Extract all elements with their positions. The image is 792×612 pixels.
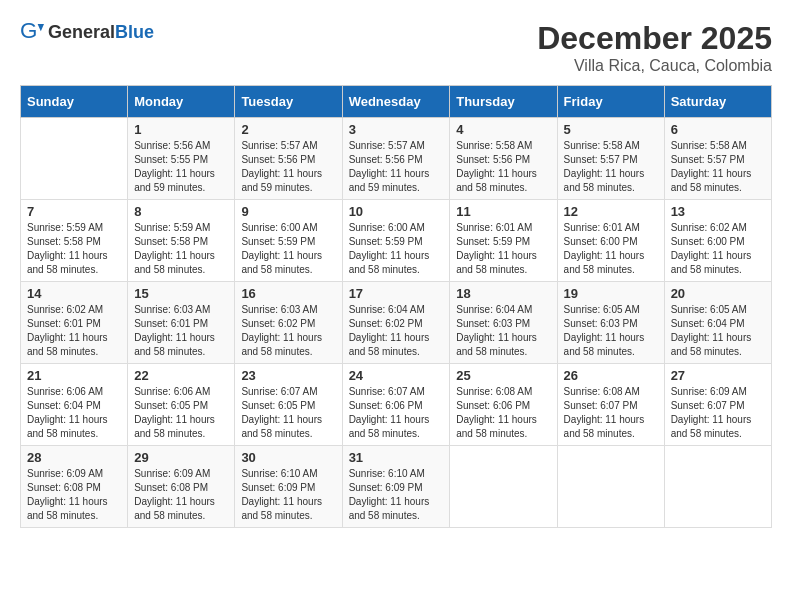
calendar-cell: 7Sunrise: 5:59 AMSunset: 5:58 PMDaylight…	[21, 200, 128, 282]
calendar-cell	[21, 118, 128, 200]
day-info: Sunrise: 6:07 AMSunset: 6:06 PMDaylight:…	[349, 385, 444, 441]
day-number: 31	[349, 450, 444, 465]
day-info: Sunrise: 6:04 AMSunset: 6:02 PMDaylight:…	[349, 303, 444, 359]
calendar-week-row: 7Sunrise: 5:59 AMSunset: 5:58 PMDaylight…	[21, 200, 772, 282]
main-title: December 2025	[537, 20, 772, 57]
svg-text:G: G	[20, 20, 37, 43]
day-info: Sunrise: 6:03 AMSunset: 6:02 PMDaylight:…	[241, 303, 335, 359]
day-number: 15	[134, 286, 228, 301]
day-number: 30	[241, 450, 335, 465]
calendar-cell: 5Sunrise: 5:58 AMSunset: 5:57 PMDaylight…	[557, 118, 664, 200]
day-number: 3	[349, 122, 444, 137]
logo-icon: G	[20, 20, 44, 44]
calendar-cell: 3Sunrise: 5:57 AMSunset: 5:56 PMDaylight…	[342, 118, 450, 200]
day-info: Sunrise: 6:01 AMSunset: 5:59 PMDaylight:…	[456, 221, 550, 277]
calendar-cell: 30Sunrise: 6:10 AMSunset: 6:09 PMDayligh…	[235, 446, 342, 528]
day-info: Sunrise: 6:03 AMSunset: 6:01 PMDaylight:…	[134, 303, 228, 359]
day-number: 8	[134, 204, 228, 219]
calendar-week-row: 1Sunrise: 5:56 AMSunset: 5:55 PMDaylight…	[21, 118, 772, 200]
calendar-cell: 13Sunrise: 6:02 AMSunset: 6:00 PMDayligh…	[664, 200, 771, 282]
calendar-cell	[664, 446, 771, 528]
day-number: 22	[134, 368, 228, 383]
calendar-cell: 10Sunrise: 6:00 AMSunset: 5:59 PMDayligh…	[342, 200, 450, 282]
calendar-cell: 29Sunrise: 6:09 AMSunset: 6:08 PMDayligh…	[128, 446, 235, 528]
calendar-cell: 8Sunrise: 5:59 AMSunset: 5:58 PMDaylight…	[128, 200, 235, 282]
day-info: Sunrise: 6:02 AMSunset: 6:00 PMDaylight:…	[671, 221, 765, 277]
day-number: 2	[241, 122, 335, 137]
day-number: 11	[456, 204, 550, 219]
calendar-cell: 31Sunrise: 6:10 AMSunset: 6:09 PMDayligh…	[342, 446, 450, 528]
day-info: Sunrise: 6:09 AMSunset: 6:08 PMDaylight:…	[27, 467, 121, 523]
day-info: Sunrise: 5:58 AMSunset: 5:57 PMDaylight:…	[564, 139, 658, 195]
day-info: Sunrise: 5:56 AMSunset: 5:55 PMDaylight:…	[134, 139, 228, 195]
calendar-cell: 27Sunrise: 6:09 AMSunset: 6:07 PMDayligh…	[664, 364, 771, 446]
day-number: 6	[671, 122, 765, 137]
day-info: Sunrise: 6:06 AMSunset: 6:05 PMDaylight:…	[134, 385, 228, 441]
calendar-cell: 9Sunrise: 6:00 AMSunset: 5:59 PMDaylight…	[235, 200, 342, 282]
logo: G GeneralBlue	[20, 20, 154, 44]
day-number: 28	[27, 450, 121, 465]
header-friday: Friday	[557, 86, 664, 118]
day-info: Sunrise: 6:05 AMSunset: 6:04 PMDaylight:…	[671, 303, 765, 359]
day-number: 14	[27, 286, 121, 301]
day-number: 12	[564, 204, 658, 219]
day-number: 5	[564, 122, 658, 137]
day-info: Sunrise: 6:08 AMSunset: 6:06 PMDaylight:…	[456, 385, 550, 441]
day-number: 18	[456, 286, 550, 301]
calendar-week-row: 14Sunrise: 6:02 AMSunset: 6:01 PMDayligh…	[21, 282, 772, 364]
day-info: Sunrise: 5:57 AMSunset: 5:56 PMDaylight:…	[349, 139, 444, 195]
day-info: Sunrise: 6:02 AMSunset: 6:01 PMDaylight:…	[27, 303, 121, 359]
calendar-cell: 26Sunrise: 6:08 AMSunset: 6:07 PMDayligh…	[557, 364, 664, 446]
day-info: Sunrise: 5:59 AMSunset: 5:58 PMDaylight:…	[134, 221, 228, 277]
day-info: Sunrise: 6:08 AMSunset: 6:07 PMDaylight:…	[564, 385, 658, 441]
calendar-week-row: 21Sunrise: 6:06 AMSunset: 6:04 PMDayligh…	[21, 364, 772, 446]
day-number: 27	[671, 368, 765, 383]
day-info: Sunrise: 6:09 AMSunset: 6:08 PMDaylight:…	[134, 467, 228, 523]
day-info: Sunrise: 6:06 AMSunset: 6:04 PMDaylight:…	[27, 385, 121, 441]
day-info: Sunrise: 6:01 AMSunset: 6:00 PMDaylight:…	[564, 221, 658, 277]
logo-blue: Blue	[115, 22, 154, 42]
header-saturday: Saturday	[664, 86, 771, 118]
calendar-cell: 23Sunrise: 6:07 AMSunset: 6:05 PMDayligh…	[235, 364, 342, 446]
day-number: 10	[349, 204, 444, 219]
calendar-cell: 14Sunrise: 6:02 AMSunset: 6:01 PMDayligh…	[21, 282, 128, 364]
calendar-cell: 19Sunrise: 6:05 AMSunset: 6:03 PMDayligh…	[557, 282, 664, 364]
day-number: 25	[456, 368, 550, 383]
day-number: 26	[564, 368, 658, 383]
calendar-cell: 24Sunrise: 6:07 AMSunset: 6:06 PMDayligh…	[342, 364, 450, 446]
day-number: 23	[241, 368, 335, 383]
day-number: 17	[349, 286, 444, 301]
subtitle: Villa Rica, Cauca, Colombia	[537, 57, 772, 75]
day-info: Sunrise: 5:58 AMSunset: 5:56 PMDaylight:…	[456, 139, 550, 195]
day-number: 1	[134, 122, 228, 137]
day-info: Sunrise: 6:05 AMSunset: 6:03 PMDaylight:…	[564, 303, 658, 359]
calendar-cell: 11Sunrise: 6:01 AMSunset: 5:59 PMDayligh…	[450, 200, 557, 282]
day-number: 19	[564, 286, 658, 301]
logo-general: General	[48, 22, 115, 42]
calendar-cell: 12Sunrise: 6:01 AMSunset: 6:00 PMDayligh…	[557, 200, 664, 282]
day-number: 21	[27, 368, 121, 383]
day-number: 24	[349, 368, 444, 383]
day-info: Sunrise: 5:57 AMSunset: 5:56 PMDaylight:…	[241, 139, 335, 195]
day-number: 9	[241, 204, 335, 219]
day-number: 7	[27, 204, 121, 219]
calendar-cell: 25Sunrise: 6:08 AMSunset: 6:06 PMDayligh…	[450, 364, 557, 446]
day-info: Sunrise: 5:59 AMSunset: 5:58 PMDaylight:…	[27, 221, 121, 277]
calendar-table: SundayMondayTuesdayWednesdayThursdayFrid…	[20, 85, 772, 528]
calendar-cell: 16Sunrise: 6:03 AMSunset: 6:02 PMDayligh…	[235, 282, 342, 364]
calendar-cell: 18Sunrise: 6:04 AMSunset: 6:03 PMDayligh…	[450, 282, 557, 364]
day-info: Sunrise: 6:09 AMSunset: 6:07 PMDaylight:…	[671, 385, 765, 441]
calendar-cell: 6Sunrise: 5:58 AMSunset: 5:57 PMDaylight…	[664, 118, 771, 200]
calendar-cell: 2Sunrise: 5:57 AMSunset: 5:56 PMDaylight…	[235, 118, 342, 200]
calendar-week-row: 28Sunrise: 6:09 AMSunset: 6:08 PMDayligh…	[21, 446, 772, 528]
calendar-cell: 20Sunrise: 6:05 AMSunset: 6:04 PMDayligh…	[664, 282, 771, 364]
day-number: 13	[671, 204, 765, 219]
calendar-cell: 1Sunrise: 5:56 AMSunset: 5:55 PMDaylight…	[128, 118, 235, 200]
calendar-header-row: SundayMondayTuesdayWednesdayThursdayFrid…	[21, 86, 772, 118]
header-wednesday: Wednesday	[342, 86, 450, 118]
title-section: December 2025 Villa Rica, Cauca, Colombi…	[537, 20, 772, 75]
calendar-cell: 4Sunrise: 5:58 AMSunset: 5:56 PMDaylight…	[450, 118, 557, 200]
day-info: Sunrise: 5:58 AMSunset: 5:57 PMDaylight:…	[671, 139, 765, 195]
day-info: Sunrise: 6:04 AMSunset: 6:03 PMDaylight:…	[456, 303, 550, 359]
calendar-cell: 28Sunrise: 6:09 AMSunset: 6:08 PMDayligh…	[21, 446, 128, 528]
